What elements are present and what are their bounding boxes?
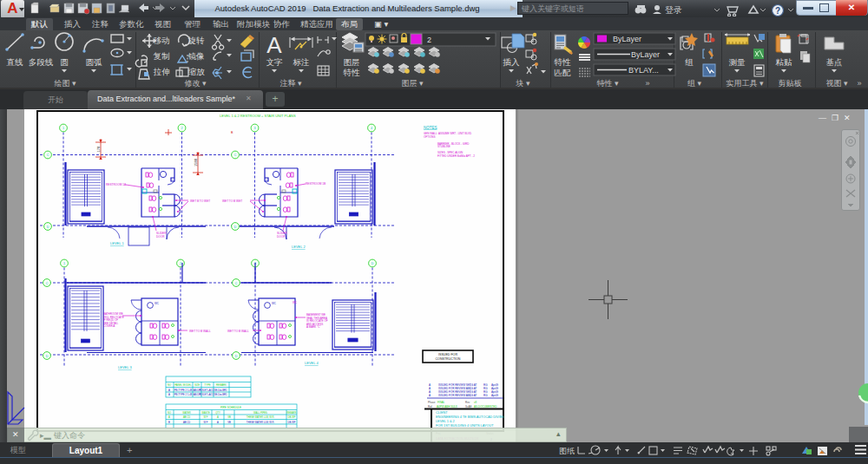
svg-text:COVER A: COVER A: [103, 324, 115, 328]
svg-text:WET TO B WALL: WET TO B WALL: [227, 330, 249, 333]
svg-text:TOILET+ACCS: TOILET+ACCS: [199, 393, 215, 396]
svg-text:插入: 插入: [503, 57, 521, 67]
svg-text:文字: 文字: [266, 57, 284, 67]
svg-text:移动: 移动: [154, 36, 170, 45]
svg-text:RESTROOM 1A: RESTROOM 1A: [106, 183, 127, 186]
svg-text:FITTED UNDER BidMat APT - 2: FITTED UNDER BidMat APT - 2: [437, 154, 475, 158]
svg-text:AB CD: AB CD: [183, 415, 190, 419]
svg-text:SIZE: SIZE: [194, 383, 200, 387]
svg-text:图纸: 图纸: [559, 447, 575, 455]
svg-text:特性: 特性: [555, 57, 572, 67]
svg-text:DB-WF: DB-WF: [288, 415, 296, 419]
svg-text:CONSTRUCTION: CONSTRUCTION: [436, 357, 461, 361]
svg-text:2: 2: [181, 127, 183, 130]
svg-text:圆弧: 圆弧: [86, 57, 103, 67]
svg-text:2: 2: [427, 36, 431, 44]
svg-text:C: C: [234, 154, 237, 157]
svg-text:TOILET+ACCS: TOILET+ACCS: [199, 389, 215, 392]
svg-text:WET TO B WET: WET TO B WET: [222, 199, 242, 203]
svg-text:A4PW ABH SUL8: A4PW ABH SUL8: [437, 405, 457, 408]
svg-text:基点: 基点: [826, 57, 843, 67]
svg-text:NO: NO: [168, 383, 172, 387]
svg-text:2: 2: [180, 262, 181, 265]
svg-text:THESE WATER LLW, W.R.: THESE WATER LLW, W.R.: [247, 415, 275, 419]
svg-text:RG: RG: [483, 394, 488, 397]
svg-text:直线: 直线: [7, 57, 24, 67]
svg-text:Apr09: Apr09: [491, 394, 498, 397]
svg-text:AB CD: AB CD: [183, 421, 190, 424]
svg-text:PB-TYPE 2 1-48: PB-TYPE 2 1-48: [174, 389, 193, 392]
svg-text:Rev: Rev: [465, 401, 470, 404]
svg-text:W F: W F: [204, 415, 208, 419]
svg-text:D: D: [234, 225, 237, 229]
svg-text:标注: 标注: [293, 57, 310, 67]
svg-text:VB: VB: [227, 415, 231, 419]
svg-text:D: D: [46, 355, 49, 358]
svg-text:拉伸: 拉伸: [154, 67, 170, 76]
svg-text:DB-WF: DB-WF: [288, 421, 296, 424]
svg-text:ISSUED FOR: ISSUED FOR: [438, 353, 457, 356]
svg-text:D: D: [372, 262, 374, 265]
svg-text:匹配: 匹配: [555, 68, 572, 77]
svg-text:TYPE: TYPE: [204, 383, 210, 387]
svg-text:Phase: Phase: [428, 401, 436, 404]
svg-text:组: 组: [685, 57, 694, 67]
svg-text:A: A: [266, 32, 282, 58]
svg-text:3: 3: [254, 127, 256, 130]
svg-text:圆: 圆: [60, 57, 69, 67]
svg-text:特性: 特性: [344, 68, 361, 77]
svg-text:A: A: [168, 389, 170, 392]
svg-text:LEVEL 3: LEVEL 3: [118, 365, 132, 369]
svg-text:WET B TO WET: WET B TO WET: [190, 199, 210, 203]
svg-text:旋转: 旋转: [188, 36, 206, 45]
svg-text:C: C: [235, 282, 238, 285]
svg-text:A: A: [168, 393, 170, 396]
svg-text:A: A: [217, 415, 219, 419]
svg-text:LEVEL 1 & 2 RESTROOM + STAIR U: LEVEL 1 & 2 RESTROOM + STAIR UNIT PLANS: [220, 114, 296, 118]
svg-text:粘贴: 粘贴: [776, 57, 793, 67]
svg-text:ByLayer: ByLayer: [631, 50, 660, 59]
svg-text:OPTIONS: OPTIONS: [424, 135, 436, 139]
svg-text:多段线: 多段线: [29, 57, 54, 67]
svg-text:BYLAY...: BYLAY...: [628, 66, 659, 75]
svg-text:W F: W F: [204, 421, 208, 424]
svg-text:D: D: [47, 225, 49, 229]
svg-text:E-Dw-BR1: E-Dw-BR1: [215, 389, 227, 392]
svg-text:WC: WC: [293, 301, 298, 304]
svg-text:REMARK: REMARK: [286, 411, 297, 415]
svg-text:登录: 登录: [665, 5, 682, 15]
svg-text:镜像: 镜像: [188, 51, 205, 61]
svg-text:缩放: 缩放: [188, 67, 206, 76]
svg-text:v8: v8: [474, 401, 477, 404]
svg-text:QTY: QTY: [215, 411, 220, 415]
svg-text:LEVEL 4: LEVEL 4: [305, 361, 319, 365]
svg-text:B: B: [231, 131, 233, 134]
svg-text:DOOR: DOOR: [156, 235, 165, 239]
svg-text:C: C: [46, 282, 49, 285]
svg-text:THESE WATER LLW, W.R.: THESE WATER LLW, W.R.: [247, 421, 275, 424]
svg-text:STUBLINE: STUBLINE: [437, 145, 450, 148]
svg-text:1: 1: [63, 262, 65, 265]
svg-text:1588: 1588: [194, 158, 198, 167]
svg-text:图层: 图层: [344, 57, 360, 67]
svg-text:RESTROOM 1B: RESTROOM 1B: [306, 182, 326, 186]
svg-text:WATER: WATER: [182, 411, 190, 415]
svg-text:REMARK: REMARK: [216, 383, 227, 387]
svg-text:复制: 复制: [154, 51, 170, 61]
svg-text:?: ?: [775, 6, 780, 16]
svg-text:WC: WC: [155, 302, 160, 305]
svg-text:E-Dw-BR1: E-Dw-BR1: [215, 393, 227, 396]
svg-text:4: 4: [371, 127, 372, 130]
svg-text:WC: WC: [272, 302, 277, 305]
svg-text:PIPE SCHEDULE: PIPE SCHEDULE: [220, 406, 241, 409]
svg-text:AS-DOCUMENTED: AS-DOCUMENTED: [474, 405, 497, 408]
svg-text:NOTES: NOTES: [424, 126, 437, 130]
svg-text:178: 178: [96, 146, 101, 152]
svg-text:ByLayer: ByLayer: [613, 35, 641, 43]
svg-text:WASTE: WASTE: [201, 411, 210, 415]
svg-text:WET TO B WALL: WET TO B WALL: [189, 330, 211, 333]
svg-text:VB: VB: [227, 421, 231, 424]
svg-text:C: C: [47, 154, 49, 157]
svg-text:A: A: [429, 394, 431, 397]
svg-text:1: 1: [62, 127, 64, 130]
